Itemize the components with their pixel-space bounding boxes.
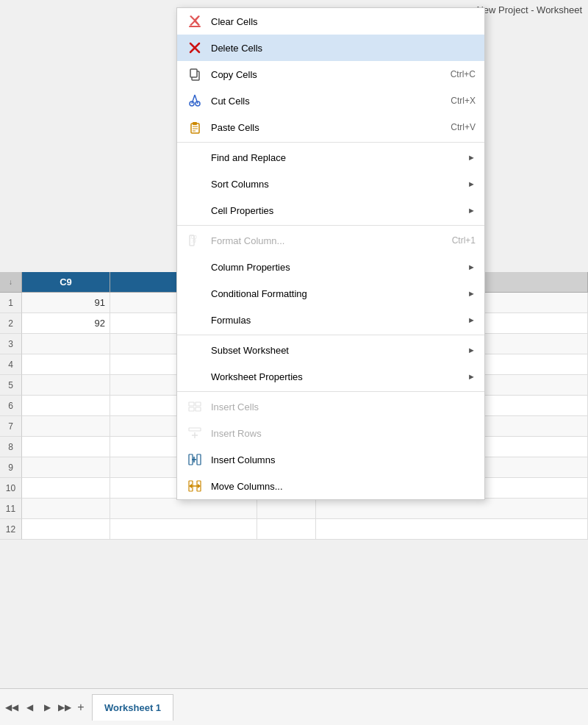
menu-item-format-column: .0 .00 Format Column... Ctrl+1 [177, 227, 484, 254]
cell-c9-2[interactable]: 92 [22, 313, 110, 334]
cell-c9-5[interactable] [22, 375, 110, 396]
row-num: 7 [0, 416, 22, 437]
cell-c9-3[interactable] [22, 334, 110, 354]
cell-blank-12[interactable] [110, 519, 257, 540]
cell-c9-11[interactable] [22, 499, 110, 519]
menu-item-cell-properties[interactable]: Cell Properties ► [177, 197, 484, 224]
format-column-label: Format Column... [211, 235, 437, 246]
cell-properties-label: Cell Properties [211, 205, 462, 216]
sheet-nav-arrows: ◀◀ ◀ ▶ ▶▶ [4, 699, 73, 715]
cell-c9-4[interactable] [22, 354, 110, 375]
find-replace-arrow: ► [467, 153, 476, 162]
row-num: 10 [0, 478, 22, 499]
insert-cells-label: Insert Cells [211, 401, 476, 413]
subset-ws-label: Subset Worksheet [211, 345, 462, 356]
cell-c9-9[interactable] [22, 457, 110, 478]
subset-ws-arrow: ► [467, 346, 476, 354]
cell-c9-8[interactable] [22, 437, 110, 457]
add-sheet-button[interactable]: + [73, 699, 89, 715]
sheet-tab-label: Worksheet 1 [104, 702, 161, 713]
sort-columns-icon [186, 175, 204, 193]
cell-blank-11[interactable] [110, 499, 257, 519]
menu-item-clear-cells[interactable]: Clear Cells [177, 8, 484, 35]
svg-marker-29 [198, 484, 201, 488]
svg-rect-8 [193, 122, 197, 125]
row-num: 8 [0, 437, 22, 457]
menu-item-insert-columns[interactable]: Insert Columns [177, 446, 484, 473]
table-row: 11 [0, 499, 588, 519]
corner-cell: ↓ [0, 272, 22, 293]
paste-cells-icon [186, 118, 204, 136]
svg-text:.00: .00 [190, 235, 197, 240]
delete-cells-label: Delete Cells [211, 43, 476, 54]
cell-c14-11[interactable] [257, 499, 316, 519]
copy-cells-icon [186, 65, 204, 83]
clear-cells-icon [186, 12, 204, 30]
insert-columns-icon [186, 451, 204, 468]
paste-cells-label: Paste Cells [211, 122, 436, 133]
copy-cells-label: Copy Cells [211, 69, 436, 80]
cell-properties-icon [186, 201, 204, 219]
insert-rows-icon [186, 424, 204, 442]
cell-extra-12[interactable] [316, 519, 588, 540]
cell-c9-10[interactable] [22, 478, 110, 499]
delete-cells-icon [186, 39, 204, 57]
cell-properties-arrow: ► [467, 206, 476, 215]
column-properties-label: Column Properties [211, 262, 462, 273]
cell-c9-1[interactable]: 91 [22, 293, 110, 313]
move-columns-label: Move Columns... [211, 481, 476, 492]
menu-item-conditional-formatting[interactable]: Conditional Formatting ► [177, 280, 484, 307]
menu-item-move-columns[interactable]: Move Columns... [177, 473, 484, 499]
menu-item-column-properties[interactable]: Column Properties ► [177, 254, 484, 280]
formulas-arrow: ► [467, 315, 476, 324]
row-num: 2 [0, 313, 22, 334]
menu-item-paste-cells[interactable]: Paste Cells Ctrl+V [177, 114, 484, 140]
format-column-shortcut: Ctrl+1 [452, 235, 476, 246]
cell-c9-7[interactable] [22, 416, 110, 437]
copy-shortcut: Ctrl+C [451, 69, 476, 79]
svg-rect-16 [196, 402, 201, 406]
menu-item-cut-cells[interactable]: Cut Cells Ctrl+X [177, 88, 484, 114]
cond-formatting-icon [186, 285, 204, 302]
cell-c9-6[interactable] [22, 396, 110, 416]
menu-item-formulas[interactable]: Formulas ► [177, 307, 484, 333]
cell-c9-12[interactable] [22, 519, 110, 540]
svg-rect-19 [189, 428, 201, 431]
menu-item-sort-columns[interactable]: Sort Columns ► [177, 171, 484, 197]
cond-formatting-arrow: ► [467, 289, 476, 298]
subset-ws-icon [186, 341, 204, 359]
svg-rect-2 [190, 69, 197, 77]
cell-extra-11[interactable] [316, 499, 588, 519]
sort-columns-label: Sort Columns [211, 179, 462, 190]
menu-item-worksheet-properties[interactable]: Worksheet Properties ► [177, 363, 484, 390]
first-sheet-button[interactable]: ◀◀ [4, 699, 20, 715]
col-c9-header[interactable]: C9 [22, 272, 110, 293]
window-title: New Project - Worksheet [476, 4, 582, 15]
menu-item-insert-rows: Insert Rows [177, 420, 484, 446]
next-sheet-button[interactable]: ▶ [39, 699, 55, 715]
prev-sheet-button[interactable]: ◀ [21, 699, 37, 715]
formulas-icon [186, 311, 204, 329]
menu-item-copy-cells[interactable]: Copy Cells Ctrl+C [177, 61, 484, 88]
menu-item-subset-worksheet[interactable]: Subset Worksheet ► [177, 337, 484, 363]
cond-formatting-label: Conditional Formatting [211, 288, 462, 299]
formulas-label: Formulas [211, 315, 462, 326]
separator-4 [177, 391, 484, 392]
format-column-icon: .0 .00 [186, 232, 204, 249]
sort-columns-arrow: ► [467, 179, 476, 188]
row-num: 6 [0, 396, 22, 416]
column-properties-arrow: ► [467, 262, 476, 271]
navigation-bar: ◀◀ ◀ ▶ ▶▶ + Worksheet 1 [0, 688, 588, 725]
menu-item-insert-cells: Insert Cells [177, 393, 484, 420]
insert-columns-label: Insert Columns [211, 454, 476, 465]
sheet-tab-worksheet1[interactable]: Worksheet 1 [92, 694, 173, 721]
row-num: 1 [0, 293, 22, 313]
separator-2 [177, 225, 484, 226]
menu-item-find-replace[interactable]: Find and Replace ► [177, 144, 484, 171]
menu-item-delete-cells[interactable]: Delete Cells [177, 35, 484, 61]
insert-rows-label: Insert Rows [211, 428, 476, 439]
cell-c14-12[interactable] [257, 519, 316, 540]
find-replace-icon [186, 149, 204, 166]
last-sheet-button[interactable]: ▶▶ [57, 699, 73, 715]
cut-cells-icon [186, 92, 204, 110]
